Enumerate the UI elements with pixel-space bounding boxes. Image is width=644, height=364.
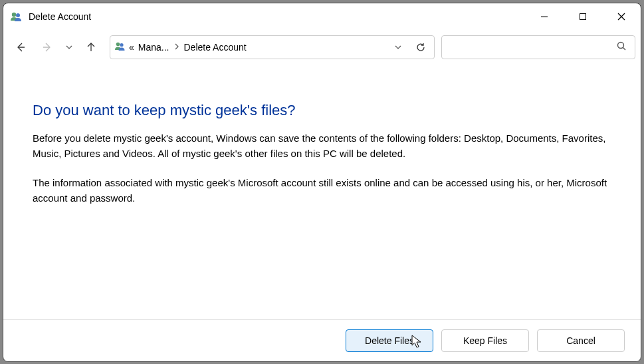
svg-point-9 [116, 43, 120, 47]
svg-point-1 [16, 13, 20, 17]
breadcrumb-ellipsis[interactable]: « [129, 42, 134, 53]
refresh-button[interactable] [411, 42, 430, 53]
window-title: Delete Account [29, 11, 91, 22]
close-button[interactable] [602, 3, 641, 30]
body-paragraph: Before you delete mystic geek's account,… [33, 131, 611, 161]
chevron-right-icon[interactable] [173, 43, 180, 52]
maximize-button[interactable] [564, 3, 602, 30]
forward-button[interactable] [35, 35, 59, 59]
search-icon [616, 41, 627, 54]
address-bar[interactable]: « Mana... Delete Account [110, 35, 435, 59]
toolbar: « Mana... Delete Account [3, 30, 641, 65]
keep-files-button[interactable]: Keep Files [441, 329, 529, 352]
body-paragraph: The information associated with mystic g… [33, 176, 611, 206]
breadcrumb-item[interactable]: Delete Account [184, 42, 247, 53]
user-accounts-icon [10, 11, 22, 23]
cancel-button[interactable]: Cancel [537, 329, 625, 352]
back-button[interactable] [9, 35, 33, 59]
svg-point-0 [12, 13, 16, 17]
window: Delete Account [3, 3, 641, 362]
svg-point-10 [120, 43, 123, 47]
up-button[interactable] [79, 35, 103, 59]
breadcrumb-item[interactable]: Mana... [138, 42, 169, 53]
footer: Delete Files Keep Files Cancel [3, 319, 641, 361]
page-heading: Do you want to keep mystic geek's files? [33, 102, 611, 119]
window-controls [525, 3, 641, 30]
search-input[interactable] [441, 35, 635, 59]
svg-line-12 [623, 48, 626, 51]
minimize-button[interactable] [525, 3, 564, 30]
svg-rect-3 [580, 14, 586, 20]
delete-files-button[interactable]: Delete Files [346, 329, 433, 352]
titlebar[interactable]: Delete Account [3, 3, 641, 30]
recent-dropdown[interactable] [62, 35, 76, 59]
content-area: Do you want to keep mystic geek's files?… [3, 65, 641, 319]
chevron-down-icon[interactable] [389, 43, 407, 51]
svg-point-11 [618, 43, 624, 49]
user-accounts-icon [114, 41, 125, 54]
